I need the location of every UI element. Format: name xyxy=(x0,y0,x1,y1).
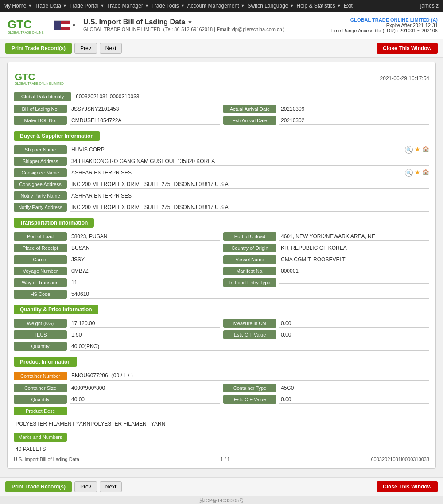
nav-help-statistics[interactable]: Help & Statistics ▼ xyxy=(296,3,342,9)
notify-party-name-label: Notify Party Name xyxy=(14,191,67,200)
container-number-row: Container Number BMOU6077296（00 / L / ） xyxy=(14,371,429,381)
buyer-supplier-section-header: Buyer & Supplier Information xyxy=(14,131,100,141)
flag-dropdown-icon[interactable]: ▼ xyxy=(72,23,76,28)
top-toolbar: Print Trade Record(s) Prev Next Close Th… xyxy=(0,39,443,58)
nav-my-home[interactable]: My Home ▼ xyxy=(4,3,33,9)
bol-row: Bill of Lading No. JSSYJSNY2101453 Actua… xyxy=(14,105,429,113)
shipper-name-value: HUVIS CORP xyxy=(70,146,400,154)
way-of-transport-value: 11 xyxy=(70,279,220,287)
container-type-value: 45G0 xyxy=(279,384,429,392)
measure-in-cm-label: Measure in CM xyxy=(223,319,276,328)
us-flag xyxy=(54,20,70,30)
nav-exit[interactable]: Exit xyxy=(344,3,354,9)
svg-text:GLOBAL TRADE ONLINE LIMITED: GLOBAL TRADE ONLINE LIMITED xyxy=(15,82,64,85)
next-button[interactable]: Next xyxy=(100,43,122,54)
logo: GTC GLOBAL TRADE ONLINE LIMITED xyxy=(5,14,45,36)
consignee-search-icon[interactable]: 🔍 xyxy=(405,169,413,177)
bol-no-value: JSSYJSNY2101453 xyxy=(70,105,220,113)
bottom-print-button[interactable]: Print Trade Record(s) xyxy=(5,481,72,492)
print-button[interactable]: Print Trade Record(s) xyxy=(5,43,72,54)
port-of-load-value: 58023, PUSAN xyxy=(70,233,220,241)
voyage-number-value: 0MB7Z xyxy=(70,267,220,275)
esti-cif-value: 0.00 xyxy=(279,331,429,339)
header-subtitle: GLOBAL TRADE ONLINE LIMITED（Tel: 86-512-… xyxy=(83,26,330,33)
marks-and-numbers-label: Marks and Numbers xyxy=(14,433,67,442)
product-desc-label: Product Desc xyxy=(14,407,67,415)
container-type-label: Container Type xyxy=(223,384,276,392)
card-footer-id: 60032021031I0000310033 xyxy=(371,457,429,462)
manifest-no-label: Manifest No. xyxy=(223,267,276,275)
flag-selector[interactable]: ▼ xyxy=(54,20,76,30)
product-section-header: Product Information xyxy=(14,357,77,367)
in-bond-entry-type-label: In-bond Entry Type xyxy=(223,278,276,287)
nav-trade-tools[interactable]: Trade Tools ▼ xyxy=(152,3,186,9)
consignee-address-row: Consignee Address INC 200 METROPLEX DRIV… xyxy=(14,180,429,189)
consignee-name-value: ASHFAR ENTERPRISES xyxy=(70,169,400,177)
svg-text:GTC: GTC xyxy=(15,71,35,82)
notify-party-address-value: INC 200 METROPLEX DRIVE SUITE 275EDISONN… xyxy=(70,203,429,212)
svg-text:GTC: GTC xyxy=(8,18,32,31)
place-of-receipt-label: Place of Receipt xyxy=(14,244,67,252)
icp-number: 苏ICP备14033305号 xyxy=(0,496,443,504)
carrier-vessel-row: Carrier JSSY Vessel Name CMA CGM T. ROOS… xyxy=(14,255,429,264)
close-button[interactable]: Close This Window xyxy=(377,43,438,54)
consignee-address-label: Consignee Address xyxy=(14,180,67,189)
quantity-value: 40.00(PKG) xyxy=(70,342,429,351)
receipt-origin-row: Place of Receipt BUSAN Country of Origin… xyxy=(14,244,429,252)
voyage-number-label: Voyage Number xyxy=(14,267,67,275)
nav-trade-manager[interactable]: Trade Manager ▼ xyxy=(107,3,150,9)
vessel-name-value: CMA CGM T. ROOSEVELT xyxy=(279,256,429,264)
header-info: GLOBAL TRADE ONLINE LIMITED (A) Expire A… xyxy=(330,17,438,33)
container-size-label: Container Size xyxy=(14,384,67,392)
consignee-address-value: INC 200 METROPLEX DRIVE SUITE 275EDISONN… xyxy=(70,180,429,189)
prod-esti-cif-value: 0.00 xyxy=(279,395,429,404)
shipper-star-icon[interactable]: ★ xyxy=(415,146,420,154)
notify-party-address-label: Notify Party Address xyxy=(14,203,67,212)
consignee-name-label: Consignee Name xyxy=(14,168,67,177)
prev-button[interactable]: Prev xyxy=(74,43,97,54)
consignee-name-row: Consignee Name ASHFAR ENTERPRISES 🔍 ★ 🏠 xyxy=(14,168,429,177)
quantity-label: Quantity xyxy=(14,342,67,351)
transport-inbond-row: Way of Transport 11 In-bond Entry Type xyxy=(14,278,429,287)
port-of-unload-value: 4601, NEW YORK/NEWARK AREA, NE xyxy=(279,233,429,241)
esti-arrival-value: 20210302 xyxy=(279,116,429,125)
nav-account-management[interactable]: Account Management ▼ xyxy=(187,3,246,9)
product-desc-label-row: Product Desc xyxy=(14,407,429,415)
nav-trade-data[interactable]: Trade Data ▼ xyxy=(35,3,68,9)
shipper-name-row: Shipper Name HUVIS CORP 🔍 ★ 🏠 xyxy=(14,145,429,154)
esti-cif-label: Esti. CIF Value xyxy=(223,330,276,339)
transportation-section-header: Transportation Information xyxy=(14,218,94,228)
nav-trade-portal[interactable]: Trade Portal ▼ xyxy=(70,3,105,9)
bottom-prev-button[interactable]: Prev xyxy=(74,481,97,492)
quantity-row: Quantity 40.00(PKG) xyxy=(14,342,429,351)
port-row: Port of Load 58023, PUSAN Port of Unload… xyxy=(14,232,429,241)
header-title-area: U.S. Import Bill of Lading Data ▼ GLOBAL… xyxy=(83,18,330,33)
shipper-address-value: 343 HAKDONG RO GANG NAM GUSEOUL 135820 K… xyxy=(70,157,429,166)
teus-value: 1.50 xyxy=(70,331,220,339)
global-data-identity-value: 60032021031I0000310033 xyxy=(74,93,429,101)
mater-bol-label: Mater BOL No. xyxy=(14,116,67,125)
container-size-value: 4000*900*800 xyxy=(70,384,220,392)
country-of-origin-value: KR, REPUBLIC OF KOREA xyxy=(279,244,429,252)
vessel-name-label: Vessel Name xyxy=(223,255,276,264)
nav-switch-language[interactable]: Switch Language ▼ xyxy=(247,3,295,9)
consignee-star-icon[interactable]: ★ xyxy=(415,169,420,177)
bottom-next-button[interactable]: Next xyxy=(100,481,122,492)
actual-arrival-value: 20210309 xyxy=(279,105,429,113)
prod-esti-cif-label: Esti. CIF Value xyxy=(223,395,276,404)
prod-quantity-label: Quantity xyxy=(14,395,67,404)
shipper-home-icon[interactable]: 🏠 xyxy=(422,146,429,154)
quantity-price-section-header: Quantity & Price Information xyxy=(14,305,98,314)
ldr-range: Time Range Accessible (LDR) : 201001 ~ 2… xyxy=(330,28,438,33)
notify-party-address-row: Notify Party Address INC 200 METROPLEX D… xyxy=(14,203,429,212)
carrier-label: Carrier xyxy=(14,255,67,264)
shipper-address-label: Shipper Address xyxy=(14,157,67,166)
page-header: GTC GLOBAL TRADE ONLINE LIMITED ▼ U.S. I… xyxy=(0,12,443,39)
bottom-close-button[interactable]: Close This Window xyxy=(377,481,438,492)
shipper-search-icon[interactable]: 🔍 xyxy=(405,146,413,154)
marks-and-numbers-value: 40 PALLETS xyxy=(14,444,429,454)
consignee-home-icon[interactable]: 🏠 xyxy=(422,169,429,177)
main-card: GTC GLOBAL TRADE ONLINE LIMITED 2021-06-… xyxy=(7,62,436,469)
mater-bol-value: CMDUSEL1054722A xyxy=(70,116,220,125)
country-of-origin-label: Country of Origin xyxy=(223,244,276,252)
